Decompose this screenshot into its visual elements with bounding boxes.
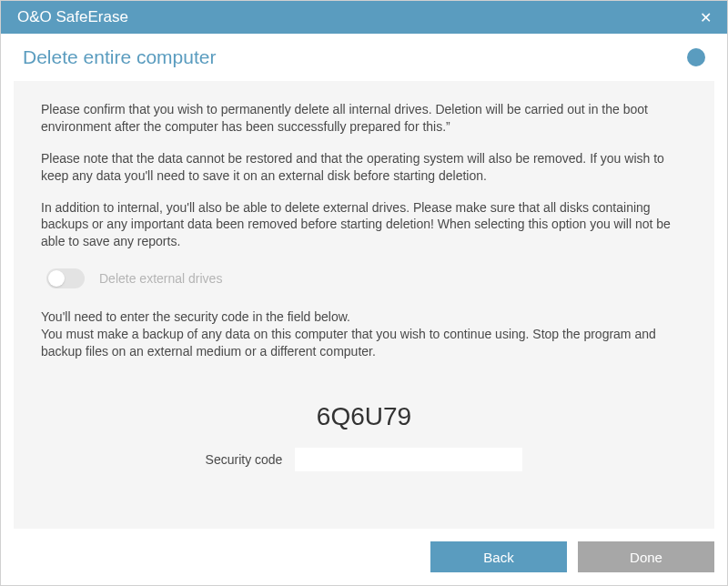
titlebar: O&O SafeErase ✕: [1, 1, 727, 34]
external-drives-toggle[interactable]: [46, 268, 85, 288]
back-button[interactable]: Back: [430, 541, 567, 572]
toggle-knob-icon: [48, 270, 65, 287]
security-code-row: Security code: [41, 448, 687, 471]
info-paragraph-1: Please confirm that you wish to permanen…: [41, 101, 687, 136]
external-drives-toggle-label: Delete external drives: [99, 271, 222, 286]
external-drives-toggle-row: Delete external drives: [46, 268, 687, 288]
info-paragraph-2: Please note that the data cannot be rest…: [41, 150, 687, 185]
security-code-label: Security code: [206, 452, 283, 467]
app-title: O&O SafeErase: [17, 8, 128, 26]
security-instruction-line1: You'll need to enter the security code i…: [41, 308, 687, 326]
info-paragraph-3: In addition to internal, you'll also be …: [41, 199, 687, 251]
security-code-input[interactable]: [295, 448, 522, 471]
button-row: Back Done: [1, 529, 727, 585]
content-panel: Please confirm that you wish to permanen…: [14, 81, 714, 529]
close-icon[interactable]: ✕: [694, 6, 716, 28]
security-code-display: 6Q6U79: [41, 402, 687, 431]
app-window: O&O SafeErase ✕ Delete entire computer P…: [0, 0, 728, 586]
status-indicator-icon: [687, 48, 705, 66]
page-title: Delete entire computer: [23, 46, 216, 68]
security-instruction-line2: You must make a backup of any data on th…: [41, 326, 687, 360]
header-row: Delete entire computer: [1, 34, 727, 72]
done-button[interactable]: Done: [578, 541, 714, 572]
